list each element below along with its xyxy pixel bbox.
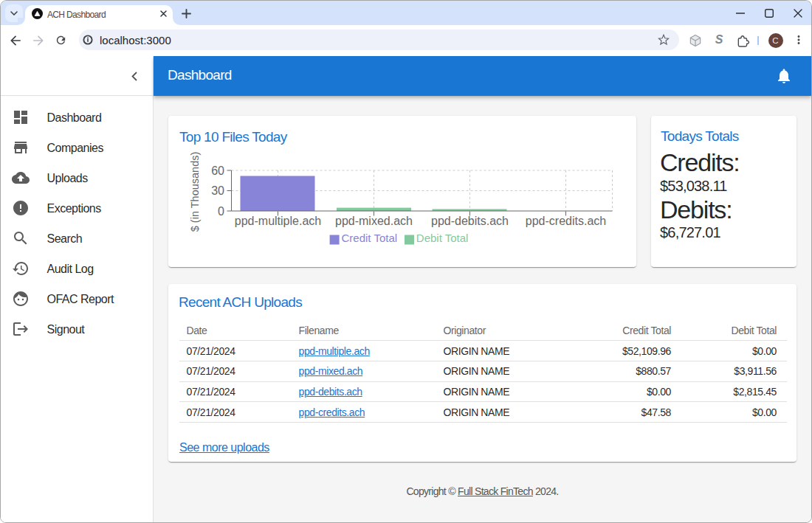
svg-text:ppd-mixed.ach: ppd-mixed.ach (335, 215, 413, 227)
svg-text:60: 60 (211, 164, 224, 177)
svg-text:ppd-debits.ach: ppd-debits.ach (431, 215, 509, 227)
svg-text:ppd-multiple.ach: ppd-multiple.ach (235, 215, 321, 227)
svg-text:ppd-credits.ach: ppd-credits.ach (526, 215, 606, 227)
svg-text:Credit Total: Credit Total (342, 232, 398, 244)
svg-text:Debit Total: Debit Total (416, 232, 469, 244)
svg-text:$ (in Thousands): $ (in Thousands) (189, 152, 201, 232)
svg-text:0: 0 (218, 205, 224, 218)
svg-text:30: 30 (211, 184, 224, 197)
